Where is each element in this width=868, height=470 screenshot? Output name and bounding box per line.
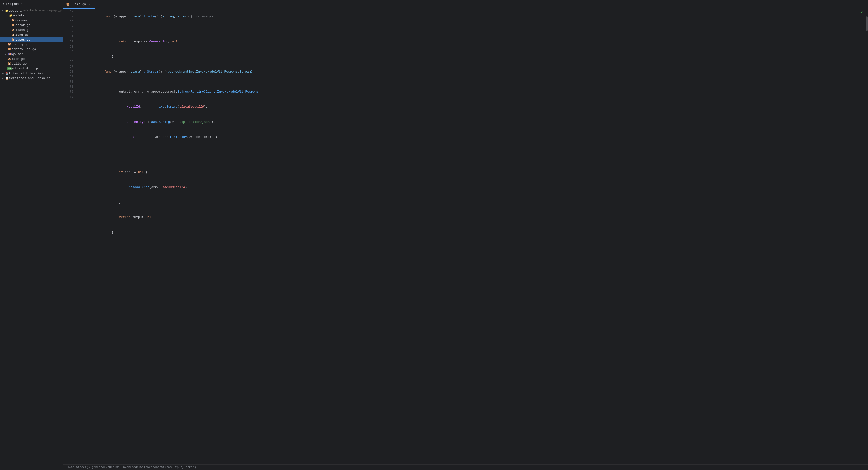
tab-go-icon: 🐹 [66,3,69,6]
scrollbar-track[interactable] [866,9,868,465]
ln-59: 59 [63,24,73,29]
common-go-icon: 🐹 [11,18,16,22]
status-text: Llama.Stream() (*bedrockruntime.InvokeMo… [66,466,196,469]
ln-62: 62 [63,39,73,44]
sidebar-item-llama-go[interactable]: 🐹 llama.go [0,28,63,32]
code-line-67 [78,160,868,165]
code-lines: func (wrapper Llama) Invoke() (string, e… [75,9,868,465]
tab-more-icon: ⋮ [861,2,865,7]
gomod-arrow: ▶ [4,53,8,56]
load-go-icon: 🐹 [11,33,16,37]
ln-67: 67 [63,64,73,69]
controller-go-label: controller.go [11,48,36,51]
main-area: ▾ Project ▾ ▾ 📁 goapp_genai ~/GolandProj… [0,0,868,470]
error-go-icon: 🐹 [11,23,16,27]
llama-go-label: llama.go [16,28,30,32]
ws-icon: API [7,67,11,70]
project-title: Project [6,2,19,6]
main-go-label: main.go [11,57,25,61]
scratches-arrow: ▶ [1,77,5,80]
code-content: 42 57 58 59 60 61 62 63 64 65 66 67 68 6… [63,9,868,465]
project-chevron: ▾ [2,2,4,6]
types-go-label: types.go [16,38,30,41]
tab-bar: 🐹 llama.go ✕ ⋮ [63,0,868,9]
sidebar-item-config-go[interactable]: 🐹 config.go [0,42,63,47]
code-line-69: ProcessError(err, Llama3modelId) [78,180,868,195]
sidebar-tree: ▾ 📁 goapp_genai ~/GolandProjects/goapp_g… [0,8,63,470]
code-line-42: func (wrapper Llama) Invoke() (string, e… [78,9,868,29]
code-line-57 [78,29,868,34]
project-dropdown-icon: ▾ [20,2,22,5]
status-bar: Llama.Stream() (*bedrockruntime.InvokeMo… [63,465,868,470]
ext-lib-icon: 📚 [5,71,9,75]
sidebar-item-utils-go[interactable]: 🐹 utils.go [0,61,63,66]
code-line-72: } [78,225,868,240]
project-header[interactable]: ▾ Project ▾ [0,0,63,8]
code-line-73 [78,240,868,245]
code-line-60: func (wrapper Llama) ⊙ Stream() (*bedroc… [78,64,868,80]
sidebar-item-scratches[interactable]: ▶ 📋 Scratches and Consoles [0,76,63,81]
load-go-label: load.go [16,33,29,37]
scratches-label: Scratches and Consoles [9,76,51,80]
sidebar-item-types-go[interactable]: 🐹 types.go [0,37,63,42]
ln-70: 70 [63,80,73,85]
editor-area: 🐹 llama.go ✕ ⋮ 42 57 58 59 60 [63,0,868,470]
ln-60: 60 [63,29,73,34]
sidebar-item-load-go[interactable]: 🐹 load.go [0,32,63,37]
sidebar-item-external-libraries[interactable]: ▶ 📚 External Libraries [0,71,63,76]
common-go-label: common.go [16,19,32,22]
root-path: ~/GolandProjects/goapp_g [23,9,62,12]
root-label: goapp_genai [9,9,23,12]
sidebar-item-controller-go[interactable]: 🐹 controller.go [0,47,63,52]
main-go-icon: 🐹 [7,57,11,61]
code-editor[interactable]: 42 57 58 59 60 61 62 63 64 65 66 67 68 6… [63,9,868,465]
llama-go-icon: 🐹 [11,28,16,32]
code-line-71: return output, nil [78,210,868,225]
code-line-70: } [78,195,868,210]
models-folder-icon: 📁 [9,13,13,18]
config-go-icon: 🐹 [7,42,11,46]
scratches-icon: 📋 [5,76,9,80]
ln-69: 69 [63,74,73,80]
ws-label: websocket.http [11,67,38,70]
code-line-68: if err != nil { [78,165,868,180]
sidebar-item-main-go[interactable]: 🐹 main.go [0,57,63,61]
utils-go-label: utils.go [11,62,27,66]
ext-lib-label: External Libraries [9,72,43,75]
tab-label: llama.go [71,2,86,6]
config-go-label: config.go [11,43,29,46]
line-numbers: 42 57 58 59 60 61 62 63 64 65 66 67 68 6… [63,9,75,465]
ln-71: 71 [63,85,73,90]
sidebar-item-models[interactable]: ▾ 📁 models [0,13,63,18]
sidebar-item-go-mod[interactable]: ▶ 🐹 go.mod [0,52,63,57]
code-line-66: }) [78,145,868,160]
sidebar: ▾ Project ▾ ▾ 📁 goapp_genai ~/GolandProj… [0,0,63,470]
error-go-label: error.go [16,23,30,27]
sidebar-item-error-go[interactable]: 🐹 error.go [0,23,63,28]
ln-72: 72 [63,90,73,95]
tab-more-button[interactable]: ⋮ [858,0,868,9]
controller-go-icon: 🐹 [7,47,11,51]
ext-lib-arrow: ▶ [1,72,5,75]
ln-61: 61 [63,34,73,39]
types-go-icon: 🐹 [11,38,16,41]
sidebar-item-goapp-genai[interactable]: ▾ 📁 goapp_genai ~/GolandProjects/goapp_g [0,8,63,13]
code-line-58: return response.Generation, nil [78,34,868,49]
gomod-icon: 🐹 [8,52,12,56]
check-mark-icon: ✓ [861,9,863,15]
tab-close-button[interactable]: ✕ [87,2,91,6]
utils-go-icon: 🐹 [7,62,11,66]
ln-65: 65 [63,54,73,59]
sidebar-item-common-go[interactable]: 🐹 common.go [0,18,63,23]
ln-58: 58 [63,19,73,24]
sidebar-item-websocket-http[interactable]: API websocket.http [0,66,63,71]
code-line-62: output, err := wrapper.bedrock.BedrockRu… [78,85,868,99]
scrollbar-thumb[interactable] [866,17,868,31]
tab-llama-go[interactable]: 🐹 llama.go ✕ [63,0,95,9]
models-arrow: ▾ [5,14,9,17]
root-arrow: ▾ [1,9,5,12]
ln-68: 68 [63,69,73,74]
code-line-63: ModelId: aws.String(Llama3modelId), [78,99,868,114]
ln-64: 64 [63,49,73,54]
code-line-59: } [78,49,868,64]
